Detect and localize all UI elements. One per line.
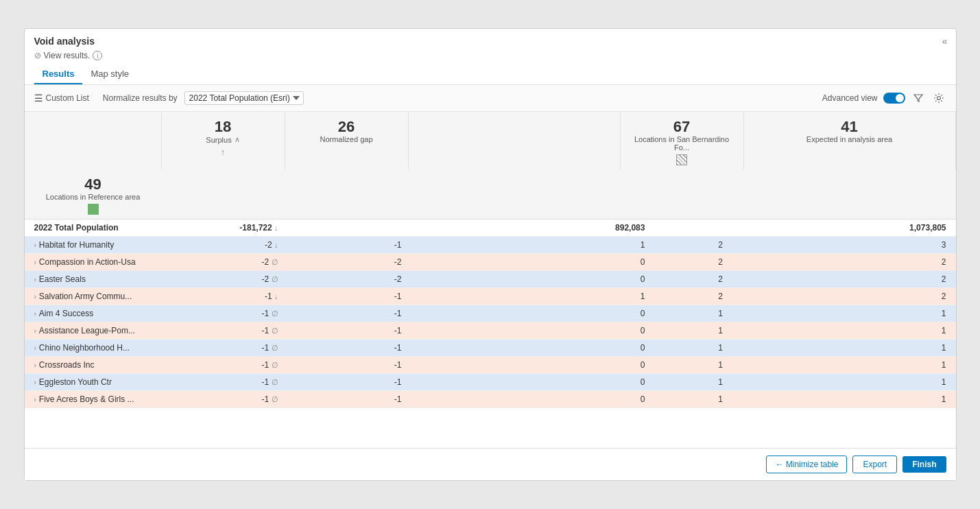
- total-name-cell: 2022 Total Population: [25, 220, 162, 237]
- total-normalized-cell: [285, 220, 409, 237]
- normalize-label: Normalize results by: [103, 93, 178, 103]
- surplus-val: -1: [261, 394, 269, 404]
- locations-ref-icon: [32, 204, 155, 215]
- expand-arrow[interactable]: ›: [34, 259, 36, 266]
- expected-val: 2: [652, 254, 730, 271]
- stat-cell-spacer: [409, 112, 621, 169]
- total-locations-ref: 1,073,805: [730, 220, 955, 237]
- surplus-val: -2: [265, 240, 272, 250]
- normalized-gap-val: -1: [285, 374, 409, 391]
- locations-sb-number: 67: [628, 119, 737, 135]
- total-expected: [652, 220, 730, 237]
- total-locations-sb: 892,083: [467, 220, 652, 237]
- expected-val: 1: [652, 322, 730, 340]
- gear-button[interactable]: [931, 91, 946, 106]
- col4: [409, 288, 467, 305]
- surplus-val: -1: [261, 360, 269, 370]
- minimize-table-button[interactable]: ← Minimize table: [766, 455, 847, 473]
- void-analysis-panel: « Void analysis ⊘ View results. i Result…: [24, 28, 957, 481]
- panel-header: Void analysis ⊘ View results. i Results …: [25, 29, 956, 85]
- col4: [409, 322, 467, 340]
- expand-arrow[interactable]: ›: [34, 310, 36, 318]
- expected-label: Expected in analysis area: [751, 135, 948, 143]
- normalize-select[interactable]: 2022 Total Population (Esri): [184, 91, 304, 105]
- expand-arrow[interactable]: ›: [34, 379, 36, 386]
- row-name: Eggleston Youth Ctr: [39, 377, 112, 387]
- expand-arrow[interactable]: ›: [34, 276, 36, 283]
- locations-sb-label: Locations in San Bernardino Fo...: [628, 135, 737, 152]
- locations-ref-val: 2: [730, 254, 955, 271]
- advanced-view-toggle[interactable]: [883, 93, 905, 104]
- export-button[interactable]: Export: [852, 455, 897, 473]
- row-name: Chino Neighborhood H...: [39, 343, 130, 353]
- table-row: ›Compassion in Action-Usa-2 ∅-2022: [25, 254, 956, 271]
- svg-point-0: [937, 97, 940, 100]
- expand-arrow[interactable]: ›: [34, 241, 36, 249]
- surplus-sort-icon[interactable]: ∧: [235, 135, 240, 144]
- expand-arrow[interactable]: ›: [34, 362, 36, 369]
- stats-row: 18 Surplus ∧ ↑ 26 Normalized gap 67 Loca…: [25, 112, 956, 220]
- expand-arrow[interactable]: ›: [34, 344, 36, 352]
- row-name: Aim 4 Success: [39, 309, 93, 318]
- locations-sb-val: 0: [467, 391, 652, 408]
- normalized-gap-label: Normalized gap: [292, 135, 401, 143]
- expected-val: 1: [652, 357, 730, 374]
- stat-cell-expected: 41 Expected in analysis area: [744, 112, 956, 169]
- row-name: Assistance League-Pom...: [39, 326, 135, 335]
- expand-arrow[interactable]: ›: [34, 293, 36, 300]
- tab-results[interactable]: Results: [34, 64, 83, 84]
- list-icon-button[interactable]: ☰ Custom List: [34, 93, 89, 104]
- locations-sb-val: 0: [467, 254, 652, 271]
- locations-sb-val: 0: [467, 322, 652, 340]
- info-icon[interactable]: i: [93, 51, 102, 60]
- tab-map-style[interactable]: Map style: [82, 64, 137, 84]
- stat-cell-locations-ref: 49 Locations in Reference area: [25, 169, 162, 219]
- row-name: Salvation Army Commu...: [39, 292, 132, 301]
- finish-button[interactable]: Finish: [903, 456, 946, 473]
- expected-val: 1: [652, 305, 730, 322]
- locations-sb-val: 0: [467, 357, 652, 374]
- surplus-icon: ∅: [272, 395, 278, 403]
- table-row: ›Crossroads Inc-1 ∅-1011: [25, 357, 956, 374]
- normalized-gap-val: -1: [285, 391, 409, 408]
- surplus-val: -1: [261, 309, 269, 318]
- expected-val: 1: [652, 391, 730, 408]
- collapse-button[interactable]: «: [942, 36, 948, 47]
- locations-ref-val: 3: [730, 237, 955, 254]
- panel-footer: ← Minimize table Export Finish: [25, 448, 956, 480]
- col4: [409, 391, 467, 408]
- normalized-gap-val: -1: [285, 322, 409, 340]
- table-row: ›Eggleston Youth Ctr-1 ∅-1011: [25, 374, 956, 391]
- total-surplus-cell: -181,722 ↓: [162, 220, 285, 237]
- surplus-icon: ↓: [274, 292, 278, 300]
- view-results-text: View results.: [44, 51, 91, 60]
- expected-val: 2: [652, 237, 730, 254]
- expand-arrow[interactable]: ›: [34, 327, 36, 335]
- surplus-icon: ∅: [272, 275, 278, 283]
- locations-ref-label: Locations in Reference area: [32, 193, 155, 201]
- filter-button[interactable]: [911, 91, 926, 106]
- table-row: ›Habitat for Humanity-2 ↓-1123: [25, 237, 956, 254]
- surplus-val: -2: [261, 257, 269, 267]
- locations-ref-val: 1: [730, 305, 955, 322]
- row-name: Compassion in Action-Usa: [39, 257, 136, 267]
- expected-val: 1: [652, 340, 730, 357]
- surplus-icon: ∅: [272, 327, 278, 335]
- table-row: ›Assistance League-Pom...-1 ∅-1011: [25, 322, 956, 340]
- locations-ref-number: 49: [32, 176, 155, 193]
- locations-ref-val: 1: [730, 357, 955, 374]
- hatch-legend-sb: [676, 154, 687, 165]
- list-label: Custom List: [46, 93, 89, 103]
- data-table: 2022 Total Population -181,722 ↓ 892,083…: [25, 220, 956, 408]
- surplus-sort-arrow: ↑: [169, 147, 278, 157]
- surplus-icon: ↓: [274, 241, 278, 249]
- locations-ref-val: 2: [730, 271, 955, 288]
- table-row: ›Easter Seals-2 ∅-2022: [25, 271, 956, 288]
- col4: [409, 357, 467, 374]
- expand-arrow[interactable]: ›: [34, 396, 36, 403]
- view-results-row: ⊘ View results. i: [34, 51, 946, 60]
- locations-ref-val: 1: [730, 374, 955, 391]
- locations-sb-val: 0: [467, 305, 652, 322]
- stat-cell-empty: [25, 112, 162, 169]
- table-container[interactable]: 2022 Total Population -181,722 ↓ 892,083…: [25, 220, 956, 408]
